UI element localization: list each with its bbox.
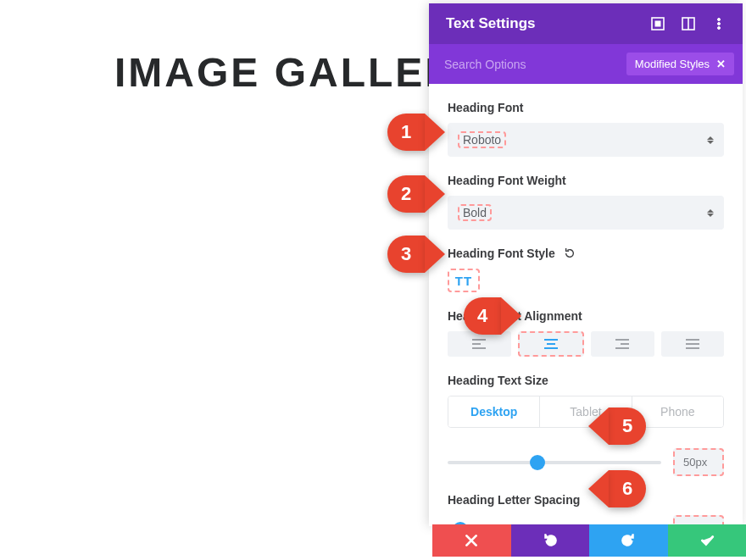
heading-size-field: Heading Text Size Desktop Tablet Phone 5… — [448, 374, 724, 476]
panel-title: Text Settings — [446, 15, 535, 32]
heading-spacing-label: Heading Letter Spacing — [448, 493, 724, 507]
reset-icon[interactable] — [564, 247, 576, 259]
heading-style-field: Heading Font Style TT — [448, 247, 724, 292]
uppercase-button[interactable]: TT — [448, 269, 480, 292]
callout-number: 2 — [387, 175, 425, 213]
settings-panel: Text Settings Modified Styles ✕ Heading … — [429, 3, 743, 526]
callout-number: 1 — [387, 114, 425, 151]
panel-header: Text Settings — [429, 3, 743, 44]
callout-2: 2 — [387, 175, 445, 213]
more-icon[interactable] — [712, 17, 726, 30]
callout-number: 4 — [464, 297, 501, 335]
svg-rect-1 — [655, 21, 660, 26]
undo-button[interactable] — [511, 524, 590, 557]
align-center-button[interactable] — [518, 331, 585, 357]
heading-spacing-field: Heading Letter Spacing 4px — [448, 493, 724, 526]
save-button[interactable] — [668, 524, 747, 557]
heading-font-value: Roboto — [458, 131, 506, 148]
align-left-button[interactable] — [448, 331, 511, 357]
filter-tag[interactable]: Modified Styles ✕ — [626, 53, 734, 75]
svg-point-5 — [718, 23, 721, 25]
size-slider[interactable] — [448, 461, 661, 464]
align-right-button[interactable] — [591, 331, 654, 357]
heading-weight-field: Heading Font Weight Bold — [448, 174, 724, 230]
redo-button[interactable] — [589, 524, 668, 557]
heading-weight-label: Heading Font Weight — [448, 174, 724, 187]
callout-6: 6 — [588, 470, 646, 507]
slider-thumb[interactable] — [530, 455, 545, 470]
heading-weight-value: Bold — [458, 204, 492, 221]
callout-4: 4 — [464, 297, 521, 335]
expand-icon[interactable] — [651, 17, 665, 30]
svg-point-4 — [718, 19, 721, 21]
search-input[interactable] — [444, 58, 626, 71]
callout-5: 5 — [588, 408, 646, 445]
size-value-input[interactable]: 50px — [673, 448, 724, 476]
callout-3: 3 — [387, 236, 445, 273]
heading-size-label: Heading Text Size — [448, 374, 724, 387]
align-justify-button[interactable] — [661, 331, 725, 357]
search-bar: Modified Styles ✕ — [429, 44, 743, 84]
close-icon[interactable]: ✕ — [716, 58, 726, 70]
chevron-updown-icon — [707, 136, 714, 144]
footer-bar — [432, 524, 746, 557]
heading-weight-select[interactable]: Bold — [448, 196, 724, 230]
heading-style-label: Heading Font Style — [448, 247, 724, 260]
device-tabs: Desktop Tablet Phone — [448, 396, 724, 428]
svg-point-6 — [718, 27, 721, 30]
callout-1: 1 — [387, 114, 445, 151]
callout-number: 5 — [609, 408, 646, 445]
size-slider-row: 50px — [448, 448, 724, 476]
align-button-row — [448, 331, 724, 357]
tab-desktop[interactable]: Desktop — [448, 396, 539, 427]
filter-tag-label: Modified Styles — [635, 58, 710, 70]
cancel-button[interactable] — [432, 524, 511, 557]
heading-style-label-text: Heading Font Style — [448, 247, 555, 260]
heading-font-select[interactable]: Roboto — [448, 123, 724, 157]
callout-number: 3 — [387, 236, 425, 273]
chevron-updown-icon — [707, 209, 714, 217]
header-icons — [651, 17, 726, 30]
columns-icon[interactable] — [682, 17, 695, 30]
callout-number: 6 — [609, 470, 646, 507]
heading-font-label: Heading Font — [448, 101, 724, 114]
heading-font-field: Heading Font Roboto — [448, 101, 724, 157]
